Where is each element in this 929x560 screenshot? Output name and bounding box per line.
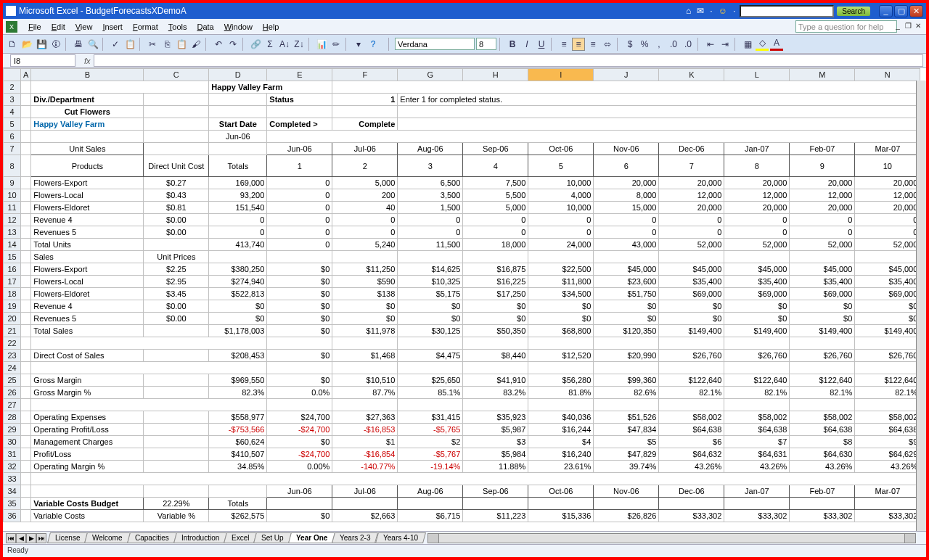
cell[interactable]: 82.1% xyxy=(659,387,724,399)
row-header[interactable]: 6 xyxy=(4,131,21,143)
row-header[interactable]: 20 xyxy=(4,313,21,325)
cell[interactable] xyxy=(21,498,31,510)
cell[interactable]: 43.26% xyxy=(790,461,855,473)
row-header[interactable]: 5 xyxy=(4,118,21,131)
horizontal-scrollbar[interactable] xyxy=(427,533,916,543)
cell[interactable] xyxy=(332,337,398,350)
cell[interactable]: 82.3% xyxy=(209,387,267,399)
cell[interactable] xyxy=(21,424,31,436)
cell[interactable]: $149,400 xyxy=(659,325,724,337)
cell[interactable]: $69,000 xyxy=(790,288,855,300)
cell[interactable]: $64,632 xyxy=(659,448,724,461)
cell[interactable]: Oct-06 xyxy=(528,143,594,155)
cell[interactable]: Revenue 4 xyxy=(31,300,144,313)
cell[interactable]: Jun-06 xyxy=(267,143,332,155)
cell[interactable] xyxy=(724,399,790,411)
font-name-input[interactable] xyxy=(395,38,475,50)
cell[interactable]: Dec-06 xyxy=(659,485,724,498)
cell[interactable] xyxy=(855,399,920,411)
cell[interactable]: 82.1% xyxy=(724,387,790,399)
row-header[interactable]: 21 xyxy=(4,325,21,337)
cell[interactable]: $380,250 xyxy=(209,263,267,276)
cell[interactable]: $35,400 xyxy=(724,276,790,288)
cell[interactable]: Aug-06 xyxy=(398,143,463,155)
menu-window[interactable]: Window xyxy=(219,20,258,33)
cell[interactable]: $0 xyxy=(267,325,332,337)
cell[interactable]: 43,000 xyxy=(594,239,659,251)
cell[interactable]: $26,826 xyxy=(594,510,659,522)
drawing-icon[interactable]: ✏ xyxy=(330,38,343,51)
row-header[interactable]: 13 xyxy=(4,226,21,239)
cell[interactable] xyxy=(21,461,31,473)
row-header[interactable]: 27 xyxy=(4,399,21,411)
cell[interactable]: Happy Valley Farm xyxy=(31,118,144,131)
cell[interactable]: $56,280 xyxy=(528,374,594,387)
hyperlink-icon[interactable]: 🔗 xyxy=(249,38,262,51)
menu-format[interactable]: Format xyxy=(128,20,163,33)
research-icon[interactable]: 📋 xyxy=(123,38,136,51)
cell[interactable]: $50,350 xyxy=(463,325,528,337)
mail-icon[interactable]: ✉ xyxy=(697,6,704,16)
cell[interactable] xyxy=(31,337,267,350)
cell[interactable]: $26,760 xyxy=(790,350,855,362)
cell[interactable]: 0 xyxy=(790,226,855,239)
cell[interactable]: 0.0% xyxy=(267,387,332,399)
cell[interactable]: $30,125 xyxy=(398,325,463,337)
cell[interactable]: $64,629 xyxy=(855,448,920,461)
minimize-button[interactable]: _ xyxy=(879,5,893,17)
cell[interactable]: $4,475 xyxy=(398,350,463,362)
align-right-icon[interactable]: ≡ xyxy=(586,38,599,51)
cell[interactable] xyxy=(31,362,267,374)
menu-file[interactable]: File xyxy=(23,20,46,33)
cell[interactable]: $0 xyxy=(267,510,332,522)
row-header[interactable]: 24 xyxy=(4,362,21,374)
menu-data[interactable]: Data xyxy=(192,20,218,33)
cell[interactable]: 151,540 xyxy=(209,202,267,214)
cell[interactable]: 0 xyxy=(209,226,267,239)
cell[interactable] xyxy=(21,202,31,214)
cell[interactable]: Feb-07 xyxy=(790,143,855,155)
row-header[interactable]: 9 xyxy=(4,177,21,189)
cell[interactable]: Jun-06 xyxy=(267,485,332,498)
cell[interactable]: $120,350 xyxy=(594,325,659,337)
cell[interactable] xyxy=(659,362,724,374)
cell[interactable]: Complete xyxy=(332,118,398,131)
cell[interactable]: $0 xyxy=(267,436,332,448)
cell[interactable]: Nov-06 xyxy=(594,143,659,155)
cell[interactable]: Unit Sales xyxy=(31,143,144,155)
cell[interactable]: $149,400 xyxy=(855,325,920,337)
cell[interactable]: 34.85% xyxy=(209,461,267,473)
cell[interactable]: Revenue 4 xyxy=(31,214,144,226)
cell[interactable]: 5,000 xyxy=(463,202,528,214)
cell[interactable]: $7 xyxy=(724,436,790,448)
decrease-indent-icon[interactable]: ⇤ xyxy=(704,38,717,51)
col-header[interactable]: L xyxy=(724,69,790,81)
cell[interactable]: $0 xyxy=(267,276,332,288)
cell[interactable] xyxy=(724,251,790,263)
cell[interactable]: $69,000 xyxy=(855,288,920,300)
cell[interactable]: Mar-07 xyxy=(855,485,920,498)
sheet-tab-capacities[interactable]: Capacities xyxy=(127,532,177,543)
cell[interactable] xyxy=(144,94,209,106)
cell[interactable]: 0 xyxy=(332,226,398,239)
tab-first-icon[interactable]: ⏮ xyxy=(6,533,16,543)
cell[interactable] xyxy=(21,436,31,448)
cell[interactable]: $11,223 xyxy=(463,510,528,522)
cell[interactable]: 10,000 xyxy=(528,177,594,189)
cell[interactable] xyxy=(144,106,209,118)
cell[interactable] xyxy=(31,81,209,94)
cell[interactable]: 52,000 xyxy=(790,239,855,251)
cell[interactable] xyxy=(144,436,209,448)
cell[interactable]: Status xyxy=(267,94,332,106)
cell[interactable]: $9 xyxy=(855,436,920,448)
sheet-tab-license[interactable]: License xyxy=(47,532,88,543)
cell[interactable] xyxy=(21,263,31,276)
cell[interactable]: 23.61% xyxy=(528,461,594,473)
cell[interactable]: 18,000 xyxy=(463,239,528,251)
cell[interactable]: $58,002 xyxy=(659,411,724,424)
cell[interactable]: 43.26% xyxy=(724,461,790,473)
row-header[interactable]: 14 xyxy=(4,239,21,251)
cell[interactable]: Completed > xyxy=(267,118,332,131)
sheet-tab-excel[interactable]: Excel xyxy=(224,532,257,543)
bold-icon[interactable]: B xyxy=(506,38,519,51)
